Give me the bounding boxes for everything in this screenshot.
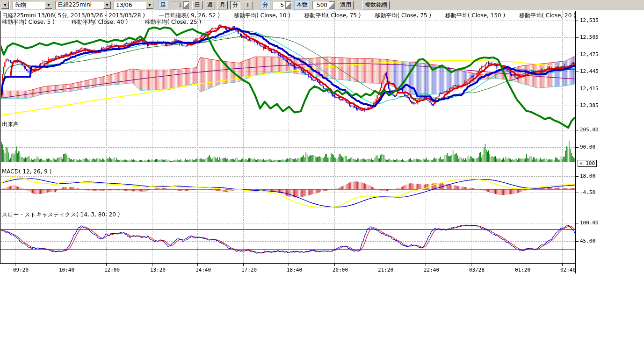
time-axis-label: 18:40 <box>287 267 302 273</box>
period-tick-button[interactable]: T <box>243 1 253 9</box>
time-axis-label: 03/28 <box>469 267 485 273</box>
minute-stepper-value: 5 <box>273 2 285 8</box>
chevron-down-icon[interactable]: ▼ <box>1 1 9 9</box>
chart-canvas[interactable] <box>0 0 644 359</box>
period-month-button[interactable]: 月 <box>217 1 228 9</box>
bars-stepper-value: 500 <box>313 2 329 8</box>
legend1-item: 移動平均( Close, 150 ) <box>445 12 505 20</box>
ashi-stepper[interactable]: 1 <box>171 1 190 9</box>
volume-multiplier-badge: × 100 <box>578 160 597 167</box>
chevron-down-icon[interactable]: ▼ <box>45 1 52 9</box>
volume-pane-label: 出来高 <box>2 121 19 129</box>
apply-button[interactable]: 適用 <box>338 1 354 9</box>
contract-combo-value: 13/06 <box>114 2 146 8</box>
legend2-item: 移動平均( Close, 5 ) <box>2 18 55 26</box>
macd-axis-label: 18.00 <box>580 173 595 179</box>
stoch-axis-label: 100.00 <box>580 220 599 226</box>
time-axis-label: 21:20 <box>378 267 393 273</box>
mini-dropdown[interactable]: ▼ <box>1 1 10 9</box>
toolbar: ▼ 先物 ▼ 日経225mini ▼ 13/06 ▼ 足 1 日 週 月 分 T… <box>0 0 644 10</box>
price-axis-label: 12,475 <box>580 51 599 57</box>
category-combo[interactable]: 先物 ▼ <box>13 1 53 9</box>
time-axis-label: 14:40 <box>195 267 211 273</box>
price-axis-label: 12,535 <box>580 17 599 23</box>
multi-symbol-button[interactable]: 複数銘柄 <box>362 1 390 9</box>
time-axis-label: 10:40 <box>59 267 74 273</box>
time-axis-label: 01:20 <box>515 267 530 273</box>
price-axis-label: 12,505 <box>580 34 599 40</box>
legend1-item: 移動平均( Close, 75 ) <box>304 12 361 20</box>
legend2-item: 移動平均( Close, 25 ) <box>145 18 202 26</box>
price-axis-label: 12,445 <box>580 68 599 74</box>
stoch-axis-label: 45.00 <box>580 238 595 244</box>
spinner-icon[interactable] <box>285 1 291 9</box>
legend1-item: 移動平均( Close, 20 ) <box>519 12 576 20</box>
period-week-button[interactable]: 週 <box>205 1 215 9</box>
contract-combo[interactable]: 13/06 ▼ <box>114 1 154 9</box>
volume-axis-label: 90.00 <box>580 144 595 150</box>
app-window: ▼ 先物 ▼ 日経225mini ▼ 13/06 ▼ 足 1 日 週 月 分 T… <box>0 0 644 359</box>
chart-legend-line2: 移動平均( Close, 5 )移動平均( Close, 40 )移動平均( C… <box>2 18 201 26</box>
time-axis-label: 09:20 <box>13 267 29 273</box>
period-day-button[interactable]: 日 <box>192 1 203 9</box>
legend1-item: 移動平均( Close, 10 ) <box>234 12 290 20</box>
minute-stepper[interactable]: 5 <box>273 1 292 9</box>
legend1-item: 移動平均( Close, 75 ) <box>375 12 431 20</box>
price-axis-label: 12,385 <box>580 102 599 108</box>
price-axis-label: 12,415 <box>580 86 599 92</box>
chevron-down-icon[interactable]: ▼ <box>146 1 153 9</box>
period-minute-button[interactable]: 分 <box>230 1 240 9</box>
chevron-down-icon[interactable]: ▼ <box>103 1 111 9</box>
bars-label: 本数 <box>294 0 310 10</box>
ashi-stepper-value: 1 <box>171 2 183 8</box>
time-axis-label: 17:20 <box>241 267 257 273</box>
legend2-item: 移動平均( Close, 40 ) <box>72 18 128 26</box>
time-axis-label: 22:40 <box>424 267 439 273</box>
time-axis-label: 12:00 <box>104 267 120 273</box>
bars-stepper[interactable]: 500 <box>312 1 335 9</box>
time-axis-label: 02:40 <box>560 267 576 273</box>
minute-label: 分 <box>260 0 270 10</box>
time-axis-label: 13:20 <box>150 267 166 273</box>
spinner-icon[interactable] <box>329 1 335 9</box>
category-combo-value: 先物 <box>13 1 45 9</box>
volume-axis-label: 205.00 <box>580 127 599 133</box>
macd-axis-label: -4.50 <box>580 189 595 195</box>
spinner-icon[interactable] <box>183 1 189 9</box>
symbol-combo[interactable]: 日経225mini ▼ <box>55 1 111 9</box>
stoch-pane-label: スロー・ストキャスティクス( 14, 3, 80, 20 ) <box>2 211 120 219</box>
symbol-combo-value: 日経225mini <box>56 1 103 9</box>
ashi-label: 足 <box>158 0 168 10</box>
macd-pane-label: MACD( 12, 26, 9 ) <box>2 168 51 175</box>
time-axis-label: 20:00 <box>333 267 348 273</box>
